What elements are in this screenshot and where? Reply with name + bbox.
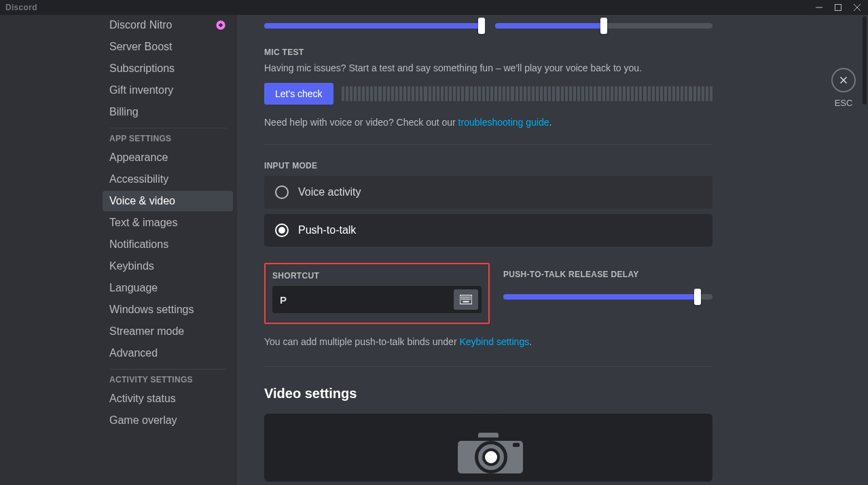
radio-icon xyxy=(275,223,289,237)
close-settings-label: ESC xyxy=(831,98,856,108)
sidebar-item-label: Streamer mode xyxy=(109,325,184,338)
app-brand: Discord xyxy=(5,3,37,12)
sidebar-item-activity-status[interactable]: Activity status xyxy=(103,389,233,409)
sidebar-item-label: Gift inventory xyxy=(109,84,173,96)
hint-text: . xyxy=(529,336,532,347)
mic-level-meter xyxy=(342,86,712,101)
mic-test-description: Having mic issues? Start a test and say … xyxy=(264,62,712,73)
radio-label: Push-to-talk xyxy=(298,224,356,236)
sidebar-item-label: Text & images xyxy=(109,217,177,229)
sidebar-item-label: Windows settings xyxy=(109,304,194,316)
sidebar-item-notifications[interactable]: Notifications xyxy=(103,234,233,255)
sidebar-item-text-images[interactable]: Text & images xyxy=(103,213,233,233)
svg-rect-17 xyxy=(463,301,469,302)
input-mode-push-to-talk[interactable]: Push-to-talk xyxy=(264,214,712,247)
sidebar-section-app-settings: APP SETTINGS xyxy=(103,134,233,147)
sidebar-item-label: Game overlay xyxy=(109,414,177,427)
settings-sidebar: Discord Nitro Server Boost Subscriptions… xyxy=(0,15,237,485)
svg-rect-14 xyxy=(465,299,467,300)
sidebar-item-label: Appearance xyxy=(109,151,168,164)
sidebar-item-label: Server Boost xyxy=(109,41,172,53)
sidebar-item-label: Activity status xyxy=(109,393,176,405)
hint-text: You can add multiple push-to-talk binds … xyxy=(264,336,459,347)
sidebar-item-subscriptions[interactable]: Subscriptions xyxy=(103,58,233,79)
sidebar-item-label: Language xyxy=(109,282,158,294)
video-settings-heading: Video settings xyxy=(264,386,712,401)
sidebar-item-label: Notifications xyxy=(109,238,168,251)
svg-rect-8 xyxy=(463,297,465,298)
sidebar-item-advanced[interactable]: Advanced xyxy=(103,343,233,363)
sidebar-item-accessibility[interactable]: Accessibility xyxy=(103,169,233,190)
input-mode-voice-activity[interactable]: Voice activity xyxy=(264,176,712,209)
voice-help-line: Need help with voice or video? Check out… xyxy=(264,117,712,128)
shortcut-input[interactable]: P xyxy=(272,286,482,313)
sidebar-item-label: Accessibility xyxy=(109,173,168,185)
mic-test-button[interactable]: Let's check xyxy=(264,83,333,105)
sidebar-item-label: Discord Nitro xyxy=(109,19,172,31)
window-controls xyxy=(810,0,867,15)
mic-test-title: MIC TEST xyxy=(264,48,712,57)
content-scrollbar[interactable] xyxy=(863,15,868,485)
shortcut-title: SHORTCUT xyxy=(272,271,482,281)
sidebar-divider xyxy=(109,369,226,370)
sidebar-item-language[interactable]: Language xyxy=(103,278,233,298)
ptt-release-delay-slider[interactable] xyxy=(503,294,712,300)
input-mode-title: INPUT MODE xyxy=(264,161,712,170)
sidebar-item-billing[interactable]: Billing xyxy=(103,102,233,122)
sidebar-item-gift-inventory[interactable]: Gift inventory xyxy=(103,80,233,101)
svg-rect-15 xyxy=(467,299,469,300)
help-text: . xyxy=(549,117,552,128)
input-volume-slider[interactable] xyxy=(264,23,482,29)
sidebar-item-label: Advanced xyxy=(109,347,158,359)
sidebar-item-label: Voice & video xyxy=(109,195,175,207)
sidebar-item-server-boost[interactable]: Server Boost xyxy=(103,37,233,57)
output-volume-slider[interactable] xyxy=(495,23,712,29)
window-minimize-button[interactable] xyxy=(810,0,829,15)
window-close-button[interactable] xyxy=(848,0,867,15)
sidebar-item-keybinds[interactable]: Keybinds xyxy=(103,256,233,276)
camera-preview: ✦ ✦ ✦ xyxy=(264,414,712,482)
section-divider xyxy=(264,144,712,145)
svg-rect-13 xyxy=(463,299,465,300)
svg-rect-12 xyxy=(461,299,463,300)
sidebar-item-appearance[interactable]: Appearance xyxy=(103,147,233,168)
sidebar-item-label: Billing xyxy=(109,106,139,118)
section-divider xyxy=(264,366,712,367)
ptt-release-delay-title: PUSH-TO-TALK RELEASE DELAY xyxy=(503,270,712,279)
sidebar-item-streamer-mode[interactable]: Streamer mode xyxy=(103,321,233,342)
svg-rect-16 xyxy=(469,299,471,300)
svg-rect-11 xyxy=(469,297,471,298)
camera-illustration-icon: ✦ ✦ ✦ xyxy=(434,418,543,477)
sidebar-section-activity-settings: ACTIVITY SETTINGS xyxy=(103,375,233,389)
sidebar-item-game-overlay[interactable]: Game overlay xyxy=(103,410,233,431)
sidebar-item-windows-settings[interactable]: Windows settings xyxy=(103,300,233,320)
shortcut-key-value: P xyxy=(280,294,454,306)
svg-rect-1 xyxy=(835,5,842,11)
svg-rect-10 xyxy=(467,297,469,298)
close-settings-button[interactable] xyxy=(831,68,856,92)
sidebar-divider xyxy=(109,128,226,128)
svg-rect-7 xyxy=(461,297,463,298)
radio-icon xyxy=(275,185,289,199)
window-titlebar: Discord xyxy=(0,0,868,15)
keybind-settings-link[interactable]: Keybind settings xyxy=(459,336,529,347)
svg-rect-9 xyxy=(465,297,467,298)
shortcut-highlight-box: SHORTCUT P xyxy=(264,263,490,324)
keyboard-icon[interactable] xyxy=(454,289,478,310)
sidebar-item-label: Subscriptions xyxy=(109,62,175,75)
sidebar-item-label: Keybinds xyxy=(109,260,154,272)
window-maximize-button[interactable] xyxy=(829,0,848,15)
nitro-badge-icon xyxy=(215,20,226,31)
sidebar-item-voice-video[interactable]: Voice & video xyxy=(103,191,233,211)
help-text: Need help with voice or video? Check out… xyxy=(264,117,458,128)
radio-label: Voice activity xyxy=(298,186,361,198)
troubleshooting-link[interactable]: troubleshooting guide xyxy=(458,117,549,128)
ptt-keybind-hint: You can add multiple push-to-talk binds … xyxy=(264,336,712,347)
sidebar-item-nitro[interactable]: Discord Nitro xyxy=(103,15,233,35)
settings-content: ESC INPUT VOLUME OUTPUT VOLUME xyxy=(237,15,868,485)
